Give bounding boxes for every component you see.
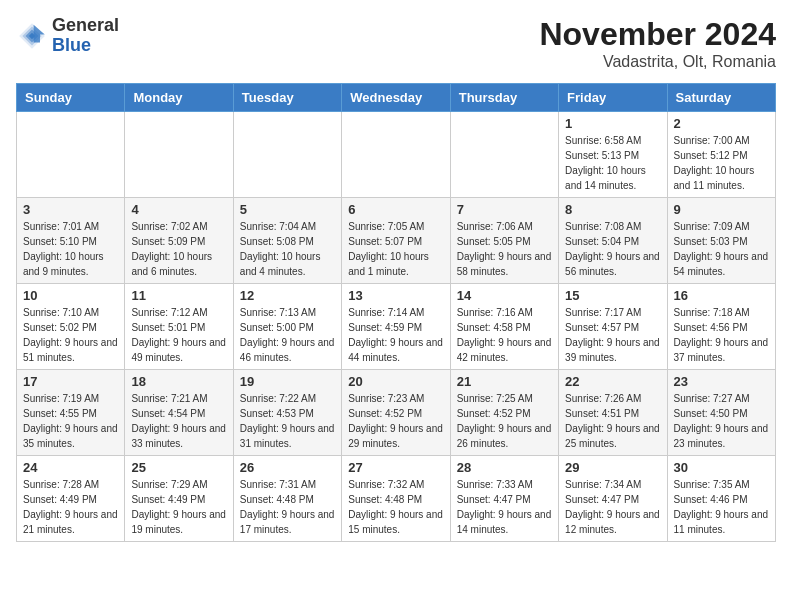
day-number: 12	[240, 288, 335, 303]
calendar-day-cell	[342, 112, 450, 198]
calendar-day-cell	[17, 112, 125, 198]
day-of-week-header: Thursday	[450, 84, 558, 112]
day-info: Sunrise: 7:14 AMSunset: 4:59 PMDaylight:…	[348, 305, 443, 365]
day-of-week-header: Friday	[559, 84, 667, 112]
day-number: 11	[131, 288, 226, 303]
calendar-day-cell: 25Sunrise: 7:29 AMSunset: 4:49 PMDayligh…	[125, 456, 233, 542]
day-info: Sunrise: 7:25 AMSunset: 4:52 PMDaylight:…	[457, 391, 552, 451]
day-number: 29	[565, 460, 660, 475]
calendar-day-cell: 26Sunrise: 7:31 AMSunset: 4:48 PMDayligh…	[233, 456, 341, 542]
calendar-day-cell: 14Sunrise: 7:16 AMSunset: 4:58 PMDayligh…	[450, 284, 558, 370]
day-info: Sunrise: 7:04 AMSunset: 5:08 PMDaylight:…	[240, 219, 335, 279]
day-info: Sunrise: 7:02 AMSunset: 5:09 PMDaylight:…	[131, 219, 226, 279]
day-info: Sunrise: 7:18 AMSunset: 4:56 PMDaylight:…	[674, 305, 769, 365]
day-info: Sunrise: 7:05 AMSunset: 5:07 PMDaylight:…	[348, 219, 443, 279]
calendar-day-cell	[233, 112, 341, 198]
calendar-day-cell: 18Sunrise: 7:21 AMSunset: 4:54 PMDayligh…	[125, 370, 233, 456]
calendar-day-cell: 21Sunrise: 7:25 AMSunset: 4:52 PMDayligh…	[450, 370, 558, 456]
day-number: 6	[348, 202, 443, 217]
day-number: 23	[674, 374, 769, 389]
day-info: Sunrise: 7:35 AMSunset: 4:46 PMDaylight:…	[674, 477, 769, 537]
calendar-week-row: 17Sunrise: 7:19 AMSunset: 4:55 PMDayligh…	[17, 370, 776, 456]
day-number: 15	[565, 288, 660, 303]
day-info: Sunrise: 7:33 AMSunset: 4:47 PMDaylight:…	[457, 477, 552, 537]
calendar-day-cell: 19Sunrise: 7:22 AMSunset: 4:53 PMDayligh…	[233, 370, 341, 456]
calendar-day-cell: 23Sunrise: 7:27 AMSunset: 4:50 PMDayligh…	[667, 370, 775, 456]
calendar-day-cell	[450, 112, 558, 198]
day-info: Sunrise: 7:06 AMSunset: 5:05 PMDaylight:…	[457, 219, 552, 279]
calendar-week-row: 1Sunrise: 6:58 AMSunset: 5:13 PMDaylight…	[17, 112, 776, 198]
calendar-day-cell: 11Sunrise: 7:12 AMSunset: 5:01 PMDayligh…	[125, 284, 233, 370]
day-number: 4	[131, 202, 226, 217]
calendar-day-cell: 27Sunrise: 7:32 AMSunset: 4:48 PMDayligh…	[342, 456, 450, 542]
calendar-day-cell: 30Sunrise: 7:35 AMSunset: 4:46 PMDayligh…	[667, 456, 775, 542]
day-info: Sunrise: 7:22 AMSunset: 4:53 PMDaylight:…	[240, 391, 335, 451]
day-of-week-header: Monday	[125, 84, 233, 112]
day-number: 27	[348, 460, 443, 475]
calendar-day-cell: 24Sunrise: 7:28 AMSunset: 4:49 PMDayligh…	[17, 456, 125, 542]
calendar-day-cell: 8Sunrise: 7:08 AMSunset: 5:04 PMDaylight…	[559, 198, 667, 284]
day-info: Sunrise: 7:19 AMSunset: 4:55 PMDaylight:…	[23, 391, 118, 451]
day-number: 14	[457, 288, 552, 303]
calendar-week-row: 10Sunrise: 7:10 AMSunset: 5:02 PMDayligh…	[17, 284, 776, 370]
calendar-day-cell: 12Sunrise: 7:13 AMSunset: 5:00 PMDayligh…	[233, 284, 341, 370]
location: Vadastrita, Olt, Romania	[539, 53, 776, 71]
calendar-table: SundayMondayTuesdayWednesdayThursdayFrid…	[16, 83, 776, 542]
day-number: 19	[240, 374, 335, 389]
day-number: 30	[674, 460, 769, 475]
day-info: Sunrise: 7:09 AMSunset: 5:03 PMDaylight:…	[674, 219, 769, 279]
calendar-day-cell: 6Sunrise: 7:05 AMSunset: 5:07 PMDaylight…	[342, 198, 450, 284]
day-number: 18	[131, 374, 226, 389]
page-header: General Blue November 2024 Vadastrita, O…	[16, 16, 776, 71]
day-info: Sunrise: 7:12 AMSunset: 5:01 PMDaylight:…	[131, 305, 226, 365]
logo: General Blue	[16, 16, 119, 56]
calendar-day-cell: 29Sunrise: 7:34 AMSunset: 4:47 PMDayligh…	[559, 456, 667, 542]
day-info: Sunrise: 7:28 AMSunset: 4:49 PMDaylight:…	[23, 477, 118, 537]
calendar-day-cell: 28Sunrise: 7:33 AMSunset: 4:47 PMDayligh…	[450, 456, 558, 542]
day-number: 10	[23, 288, 118, 303]
day-of-week-header: Wednesday	[342, 84, 450, 112]
calendar-day-cell: 3Sunrise: 7:01 AMSunset: 5:10 PMDaylight…	[17, 198, 125, 284]
calendar-day-cell: 22Sunrise: 7:26 AMSunset: 4:51 PMDayligh…	[559, 370, 667, 456]
day-info: Sunrise: 7:29 AMSunset: 4:49 PMDaylight:…	[131, 477, 226, 537]
day-of-week-header: Saturday	[667, 84, 775, 112]
calendar-day-cell: 17Sunrise: 7:19 AMSunset: 4:55 PMDayligh…	[17, 370, 125, 456]
day-number: 8	[565, 202, 660, 217]
calendar-week-row: 3Sunrise: 7:01 AMSunset: 5:10 PMDaylight…	[17, 198, 776, 284]
calendar-day-cell: 5Sunrise: 7:04 AMSunset: 5:08 PMDaylight…	[233, 198, 341, 284]
day-number: 28	[457, 460, 552, 475]
day-number: 20	[348, 374, 443, 389]
day-number: 9	[674, 202, 769, 217]
day-info: Sunrise: 7:08 AMSunset: 5:04 PMDaylight:…	[565, 219, 660, 279]
calendar-day-cell: 20Sunrise: 7:23 AMSunset: 4:52 PMDayligh…	[342, 370, 450, 456]
day-info: Sunrise: 7:26 AMSunset: 4:51 PMDaylight:…	[565, 391, 660, 451]
day-number: 16	[674, 288, 769, 303]
day-info: Sunrise: 7:10 AMSunset: 5:02 PMDaylight:…	[23, 305, 118, 365]
calendar-day-cell: 9Sunrise: 7:09 AMSunset: 5:03 PMDaylight…	[667, 198, 775, 284]
calendar-day-cell: 10Sunrise: 7:10 AMSunset: 5:02 PMDayligh…	[17, 284, 125, 370]
day-number: 13	[348, 288, 443, 303]
day-number: 7	[457, 202, 552, 217]
day-number: 3	[23, 202, 118, 217]
day-number: 22	[565, 374, 660, 389]
day-info: Sunrise: 7:16 AMSunset: 4:58 PMDaylight:…	[457, 305, 552, 365]
day-number: 1	[565, 116, 660, 131]
day-number: 21	[457, 374, 552, 389]
day-info: Sunrise: 7:21 AMSunset: 4:54 PMDaylight:…	[131, 391, 226, 451]
day-info: Sunrise: 7:23 AMSunset: 4:52 PMDaylight:…	[348, 391, 443, 451]
calendar-day-cell: 13Sunrise: 7:14 AMSunset: 4:59 PMDayligh…	[342, 284, 450, 370]
day-number: 26	[240, 460, 335, 475]
calendar-day-cell: 16Sunrise: 7:18 AMSunset: 4:56 PMDayligh…	[667, 284, 775, 370]
day-info: Sunrise: 7:01 AMSunset: 5:10 PMDaylight:…	[23, 219, 118, 279]
calendar-day-cell: 2Sunrise: 7:00 AMSunset: 5:12 PMDaylight…	[667, 112, 775, 198]
day-info: Sunrise: 7:31 AMSunset: 4:48 PMDaylight:…	[240, 477, 335, 537]
calendar-day-cell	[125, 112, 233, 198]
calendar-day-cell: 15Sunrise: 7:17 AMSunset: 4:57 PMDayligh…	[559, 284, 667, 370]
day-info: Sunrise: 7:00 AMSunset: 5:12 PMDaylight:…	[674, 133, 769, 193]
day-number: 17	[23, 374, 118, 389]
day-info: Sunrise: 7:32 AMSunset: 4:48 PMDaylight:…	[348, 477, 443, 537]
day-of-week-header: Tuesday	[233, 84, 341, 112]
day-number: 2	[674, 116, 769, 131]
title-section: November 2024 Vadastrita, Olt, Romania	[539, 16, 776, 71]
calendar-header: SundayMondayTuesdayWednesdayThursdayFrid…	[17, 84, 776, 112]
